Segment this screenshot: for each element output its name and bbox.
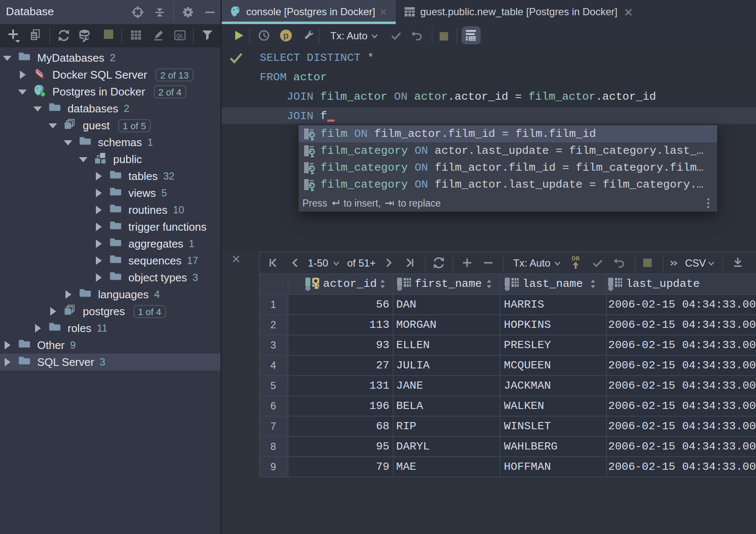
svg-text:DB: DB <box>572 255 580 262</box>
svg-text:QL: QL <box>177 33 184 39</box>
svg-text:p: p <box>283 30 288 40</box>
